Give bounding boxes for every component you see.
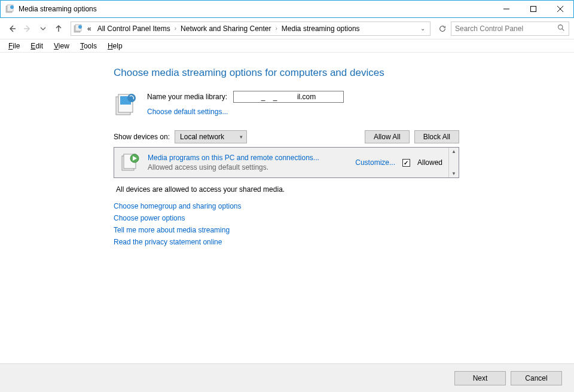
- footer: Next Cancel: [0, 363, 574, 392]
- svg-rect-4: [530, 7, 536, 12]
- library-name-label: Name your media library:: [147, 93, 227, 101]
- scrollbar[interactable]: ▲ ▼: [448, 148, 459, 177]
- title-bar: Media streaming options: [0, 0, 574, 18]
- app-icon: [5, 4, 15, 14]
- svg-point-2: [10, 5, 14, 9]
- arrow-left-icon: [7, 24, 17, 33]
- search-icon[interactable]: [557, 24, 565, 33]
- refresh-button[interactable]: [435, 22, 450, 36]
- menu-help[interactable]: Help: [103, 41, 127, 51]
- svg-point-15: [127, 94, 136, 102]
- menu-bar: File Edit View Tools Help: [0, 39, 574, 53]
- power-options-link[interactable]: Choose power options: [114, 214, 574, 222]
- menu-edit[interactable]: Edit: [26, 41, 48, 51]
- media-program-icon: [120, 152, 141, 173]
- back-button[interactable]: [5, 22, 19, 36]
- media-library-icon: [114, 92, 139, 117]
- block-all-button[interactable]: Block All: [414, 130, 459, 143]
- window-controls: [493, 1, 573, 17]
- show-devices-row: Show devices on: Local network ▾ Allow A…: [114, 130, 459, 143]
- device-subtitle: Allowed access using default settings.: [148, 163, 348, 172]
- breadcrumb-separator-icon: ›: [276, 25, 277, 32]
- address-bar[interactable]: « All Control Panel Items › Network and …: [71, 22, 430, 36]
- learn-more-link[interactable]: Tell me more about media streaming: [114, 226, 574, 234]
- refresh-icon: [438, 24, 447, 33]
- breadcrumb-item[interactable]: Media streaming options: [280, 24, 362, 33]
- svg-point-10: [558, 24, 563, 29]
- breadcrumb-prefix: «: [86, 24, 93, 33]
- scroll-up-icon[interactable]: ▲: [451, 149, 456, 154]
- recent-button[interactable]: [36, 22, 50, 36]
- customize-link[interactable]: Customize...: [355, 158, 395, 167]
- cancel-button[interactable]: Cancel: [511, 371, 562, 385]
- next-button[interactable]: Next: [454, 371, 506, 385]
- arrow-up-icon: [54, 24, 63, 33]
- homegroup-link[interactable]: Choose homegroup and sharing options: [114, 202, 574, 210]
- window-title: Media streaming options: [19, 5, 493, 13]
- privacy-link[interactable]: Read the privacy statement online: [114, 238, 574, 246]
- arrow-right-icon: [23, 24, 32, 33]
- device-row[interactable]: Media programs on this PC and remote con…: [114, 148, 448, 177]
- menu-tools[interactable]: Tools: [75, 41, 102, 51]
- address-dropdown-icon[interactable]: ⌄: [418, 25, 428, 32]
- breadcrumb-item[interactable]: Network and Sharing Center: [179, 24, 273, 33]
- dropdown-value: Local network: [180, 133, 224, 141]
- allow-all-button[interactable]: Allow All: [365, 130, 410, 143]
- related-links: Choose homegroup and sharing options Cho…: [114, 202, 574, 246]
- show-devices-label: Show devices on:: [114, 133, 170, 141]
- chevron-down-icon: [40, 26, 46, 32]
- control-panel-icon: [74, 24, 83, 33]
- allowed-label: Allowed: [417, 158, 442, 167]
- menu-view[interactable]: View: [49, 41, 74, 51]
- menu-file[interactable]: File: [4, 41, 25, 51]
- search-box[interactable]: [451, 22, 569, 36]
- svg-line-11: [562, 29, 564, 30]
- device-list: Media programs on this PC and remote con…: [114, 147, 459, 178]
- nav-bar: « All Control Panel Items › Network and …: [0, 18, 574, 39]
- search-input[interactable]: [455, 24, 557, 33]
- chevron-down-icon: ▾: [240, 134, 243, 140]
- show-devices-dropdown[interactable]: Local network ▾: [175, 130, 247, 143]
- maximize-button[interactable]: [520, 1, 546, 17]
- status-text: All devices are allowed to access your s…: [116, 185, 574, 194]
- forward-button[interactable]: [20, 22, 35, 36]
- up-button[interactable]: [51, 22, 66, 36]
- media-library-row: Name your media library: Choose default …: [114, 91, 574, 117]
- library-name-input[interactable]: [233, 91, 344, 103]
- default-settings-link[interactable]: Choose default settings...: [147, 108, 344, 116]
- svg-point-9: [78, 25, 82, 29]
- close-button[interactable]: [546, 1, 573, 17]
- device-title: Media programs on this PC and remote con…: [148, 154, 348, 162]
- allowed-checkbox[interactable]: [402, 159, 410, 167]
- breadcrumb-item[interactable]: All Control Panel Items: [96, 24, 172, 33]
- minimize-button[interactable]: [493, 1, 520, 17]
- breadcrumb-separator-icon: ›: [175, 25, 176, 32]
- page-heading: Choose media streaming options for compu…: [114, 67, 574, 79]
- scroll-down-icon[interactable]: ▼: [451, 171, 456, 176]
- content-area: Choose media streaming options for compu…: [0, 53, 574, 246]
